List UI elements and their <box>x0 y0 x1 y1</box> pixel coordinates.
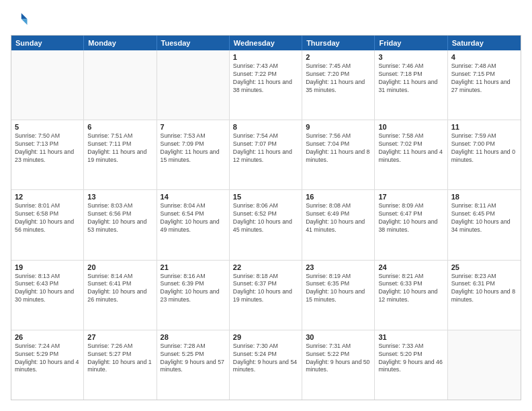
day-info: Sunrise: 7:48 AM Sunset: 7:15 PM Dayligh… <box>451 62 517 95</box>
calendar-cell: 18Sunrise: 8:11 AM Sunset: 6:45 PM Dayli… <box>448 190 521 259</box>
calendar-cell: 20Sunrise: 8:14 AM Sunset: 6:41 PM Dayli… <box>84 261 157 330</box>
day-number: 8 <box>233 123 298 131</box>
calendar-cell: 29Sunrise: 7:30 AM Sunset: 5:24 PM Dayli… <box>230 330 302 400</box>
day-number: 2 <box>306 53 371 61</box>
svg-marker-1 <box>21 19 28 25</box>
day-number: 19 <box>15 263 80 271</box>
calendar-cell: 15Sunrise: 8:06 AM Sunset: 6:52 PM Dayli… <box>230 190 302 259</box>
calendar-cell: 24Sunrise: 8:21 AM Sunset: 6:33 PM Dayli… <box>375 261 447 330</box>
day-number: 29 <box>233 333 298 341</box>
calendar-cell: 3Sunrise: 7:46 AM Sunset: 7:18 PM Daylig… <box>375 50 447 120</box>
calendar-cell: 13Sunrise: 8:03 AM Sunset: 6:56 PM Dayli… <box>84 190 157 259</box>
calendar-cell: 28Sunrise: 7:28 AM Sunset: 5:25 PM Dayli… <box>157 330 230 400</box>
day-info: Sunrise: 7:56 AM Sunset: 7:04 PM Dayligh… <box>306 132 371 165</box>
calendar-cell: 21Sunrise: 8:16 AM Sunset: 6:39 PM Dayli… <box>157 261 230 330</box>
day-number: 6 <box>87 123 152 131</box>
day-info: Sunrise: 8:11 AM Sunset: 6:45 PM Dayligh… <box>451 202 517 234</box>
calendar-row: 26Sunrise: 7:24 AM Sunset: 5:29 PM Dayli… <box>11 330 521 400</box>
calendar-cell: 6Sunrise: 7:51 AM Sunset: 7:11 PM Daylig… <box>84 120 157 189</box>
day-info: Sunrise: 8:01 AM Sunset: 6:58 PM Dayligh… <box>15 202 80 234</box>
day-info: Sunrise: 7:54 AM Sunset: 7:07 PM Dayligh… <box>233 132 298 165</box>
calendar-cell: 16Sunrise: 8:08 AM Sunset: 6:49 PM Dayli… <box>302 190 375 259</box>
day-info: Sunrise: 8:19 AM Sunset: 6:35 PM Dayligh… <box>306 273 371 305</box>
calendar-cell: 7Sunrise: 7:53 AM Sunset: 7:09 PM Daylig… <box>157 120 230 189</box>
day-info: Sunrise: 8:18 AM Sunset: 6:37 PM Dayligh… <box>233 273 298 305</box>
weekday-header: Wednesday <box>230 36 302 50</box>
day-number: 14 <box>161 193 226 201</box>
day-number: 18 <box>451 193 517 201</box>
day-info: Sunrise: 8:04 AM Sunset: 6:54 PM Dayligh… <box>161 202 226 234</box>
calendar-cell <box>11 50 84 120</box>
calendar-cell: 1Sunrise: 7:43 AM Sunset: 7:22 PM Daylig… <box>230 50 302 120</box>
calendar-cell: 10Sunrise: 7:58 AM Sunset: 7:02 PM Dayli… <box>375 120 447 189</box>
day-number: 26 <box>15 333 80 341</box>
calendar-cell: 5Sunrise: 7:50 AM Sunset: 7:13 PM Daylig… <box>11 120 84 189</box>
calendar-header: SundayMondayTuesdayWednesdayThursdayFrid… <box>11 36 521 50</box>
calendar-row: 12Sunrise: 8:01 AM Sunset: 6:58 PM Dayli… <box>11 190 521 260</box>
day-info: Sunrise: 8:23 AM Sunset: 6:31 PM Dayligh… <box>451 273 517 305</box>
day-number: 20 <box>87 263 152 271</box>
day-number: 7 <box>161 123 226 131</box>
day-info: Sunrise: 8:03 AM Sunset: 6:56 PM Dayligh… <box>87 202 152 234</box>
calendar-cell <box>448 330 521 400</box>
day-number: 27 <box>87 333 152 341</box>
day-info: Sunrise: 7:46 AM Sunset: 7:18 PM Dayligh… <box>378 62 443 95</box>
day-info: Sunrise: 8:13 AM Sunset: 6:43 PM Dayligh… <box>15 273 80 305</box>
day-number: 23 <box>306 263 371 271</box>
calendar-cell: 25Sunrise: 8:23 AM Sunset: 6:31 PM Dayli… <box>448 261 521 330</box>
calendar-cell: 26Sunrise: 7:24 AM Sunset: 5:29 PM Dayli… <box>11 330 84 400</box>
day-number: 11 <box>451 123 517 131</box>
day-info: Sunrise: 7:31 AM Sunset: 5:22 PM Dayligh… <box>306 342 371 375</box>
calendar-body: 1Sunrise: 7:43 AM Sunset: 7:22 PM Daylig… <box>11 50 521 400</box>
day-info: Sunrise: 7:45 AM Sunset: 7:20 PM Dayligh… <box>306 62 371 95</box>
day-number: 28 <box>161 333 226 341</box>
day-info: Sunrise: 7:33 AM Sunset: 5:20 PM Dayligh… <box>378 342 443 375</box>
calendar-cell: 2Sunrise: 7:45 AM Sunset: 7:20 PM Daylig… <box>302 50 375 120</box>
day-number: 13 <box>87 193 152 201</box>
day-info: Sunrise: 7:28 AM Sunset: 5:25 PM Dayligh… <box>161 342 226 375</box>
weekday-header: Tuesday <box>157 36 230 50</box>
day-number: 15 <box>233 193 298 201</box>
calendar-cell: 9Sunrise: 7:56 AM Sunset: 7:04 PM Daylig… <box>302 120 375 189</box>
calendar-cell: 8Sunrise: 7:54 AM Sunset: 7:07 PM Daylig… <box>230 120 302 189</box>
weekday-header: Monday <box>84 36 157 50</box>
day-number: 9 <box>306 123 371 131</box>
day-info: Sunrise: 8:14 AM Sunset: 6:41 PM Dayligh… <box>87 273 152 305</box>
page-header <box>11 11 521 30</box>
day-number: 17 <box>378 193 443 201</box>
calendar-cell: 22Sunrise: 8:18 AM Sunset: 6:37 PM Dayli… <box>230 261 302 330</box>
day-info: Sunrise: 8:09 AM Sunset: 6:47 PM Dayligh… <box>378 202 443 234</box>
calendar: SundayMondayTuesdayWednesdayThursdayFrid… <box>11 35 521 400</box>
calendar-cell: 11Sunrise: 7:59 AM Sunset: 7:00 PM Dayli… <box>448 120 521 189</box>
day-number: 30 <box>306 333 371 341</box>
calendar-cell: 23Sunrise: 8:19 AM Sunset: 6:35 PM Dayli… <box>302 261 375 330</box>
calendar-cell: 12Sunrise: 8:01 AM Sunset: 6:58 PM Dayli… <box>11 190 84 259</box>
day-number: 4 <box>451 53 517 61</box>
calendar-row: 1Sunrise: 7:43 AM Sunset: 7:22 PM Daylig… <box>11 50 521 120</box>
day-info: Sunrise: 7:30 AM Sunset: 5:24 PM Dayligh… <box>233 342 298 375</box>
day-info: Sunrise: 7:53 AM Sunset: 7:09 PM Dayligh… <box>161 132 226 165</box>
logo <box>11 11 32 30</box>
day-info: Sunrise: 7:51 AM Sunset: 7:11 PM Dayligh… <box>87 132 152 165</box>
day-number: 1 <box>233 53 298 61</box>
day-number: 16 <box>306 193 371 201</box>
weekday-header: Friday <box>375 36 447 50</box>
day-info: Sunrise: 7:26 AM Sunset: 5:27 PM Dayligh… <box>87 342 152 375</box>
calendar-cell: 4Sunrise: 7:48 AM Sunset: 7:15 PM Daylig… <box>448 50 521 120</box>
calendar-row: 19Sunrise: 8:13 AM Sunset: 6:43 PM Dayli… <box>11 261 521 330</box>
day-number: 25 <box>451 263 517 271</box>
logo-icon <box>11 11 30 30</box>
day-info: Sunrise: 7:50 AM Sunset: 7:13 PM Dayligh… <box>15 132 80 165</box>
calendar-cell: 17Sunrise: 8:09 AM Sunset: 6:47 PM Dayli… <box>375 190 447 259</box>
calendar-cell <box>84 50 157 120</box>
day-number: 12 <box>15 193 80 201</box>
calendar-cell: 27Sunrise: 7:26 AM Sunset: 5:27 PM Dayli… <box>84 330 157 400</box>
day-info: Sunrise: 7:59 AM Sunset: 7:00 PM Dayligh… <box>451 132 517 165</box>
day-info: Sunrise: 8:06 AM Sunset: 6:52 PM Dayligh… <box>233 202 298 234</box>
calendar-cell: 19Sunrise: 8:13 AM Sunset: 6:43 PM Dayli… <box>11 261 84 330</box>
calendar-cell: 31Sunrise: 7:33 AM Sunset: 5:20 PM Dayli… <box>375 330 447 400</box>
weekday-header: Sunday <box>11 36 84 50</box>
day-number: 10 <box>378 123 443 131</box>
weekday-header: Thursday <box>302 36 375 50</box>
svg-marker-0 <box>21 13 28 19</box>
